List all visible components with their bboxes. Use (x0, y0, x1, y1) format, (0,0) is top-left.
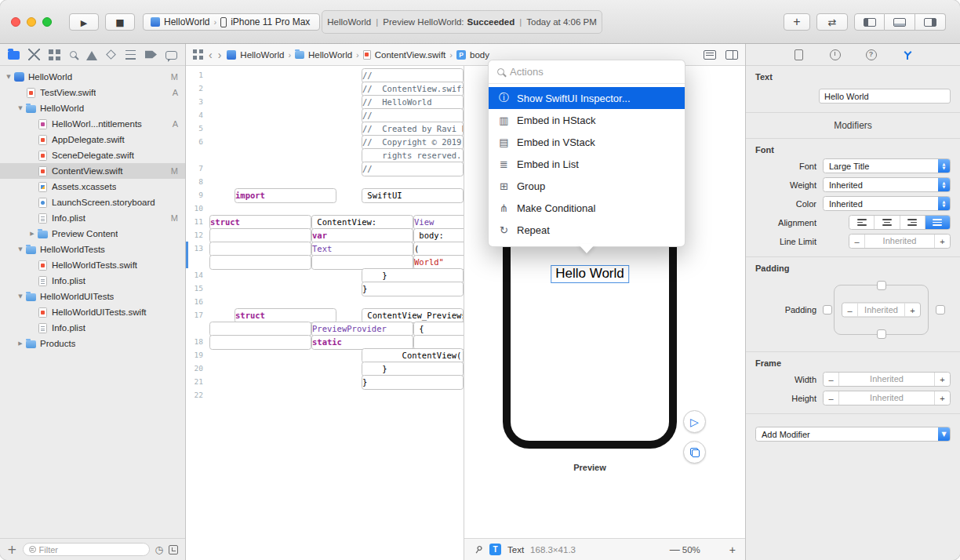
attributes-inspector-tab-icon[interactable] (902, 49, 914, 60)
breadcrumb-item[interactable]: ContentView.swift (375, 50, 446, 60)
add-modifier-popup[interactable]: Add Modifier ▼ (755, 427, 951, 442)
code-line[interactable]: 14 } (186, 268, 464, 282)
code-line[interactable]: PreviewProvider { (186, 322, 464, 335)
code-line[interactable]: 1// (186, 68, 464, 82)
fullscreen-window-button[interactable] (42, 17, 52, 27)
alignment-justify-button[interactable] (925, 216, 950, 229)
symbol-navigator-icon[interactable] (49, 49, 60, 60)
file-tree-row[interactable]: HelloWorldTests.swift (0, 257, 185, 273)
disclosure-triangle-icon[interactable]: ▼ (16, 105, 25, 111)
file-tree-row[interactable]: ▶Preview Content (0, 226, 185, 242)
file-tree-row[interactable]: Info.plist (0, 320, 185, 336)
actions-search-field[interactable]: Actions (489, 60, 685, 84)
code-line[interactable]: 7// (186, 162, 464, 175)
disclosure-triangle-icon[interactable]: ▼ (16, 293, 25, 300)
padding-enable-checkbox[interactable] (823, 305, 832, 315)
history-inspector-tab-icon[interactable] (830, 49, 841, 60)
alignment-right-button[interactable] (900, 216, 925, 229)
close-window-button[interactable] (11, 17, 20, 27)
breadcrumb-item[interactable]: HelloWorld (240, 50, 284, 60)
pin-icon[interactable] (472, 543, 485, 556)
disclosure-triangle-icon[interactable]: ▼ (16, 246, 25, 253)
file-tree-row[interactable]: AppDelegate.swift (0, 132, 185, 147)
add-file-button[interactable] (7, 543, 17, 557)
code-line[interactable]: 13 Text("Hello (186, 242, 464, 255)
code-line[interactable]: 12 var body: some View { (186, 228, 464, 242)
file-tree-row[interactable]: ▼HelloWorldUITests (0, 289, 185, 304)
editor-options-icon[interactable] (704, 50, 716, 60)
add-editor-icon[interactable] (725, 50, 738, 60)
font-popup[interactable]: Large Title ▲▼ (823, 158, 951, 173)
test-navigator-icon[interactable] (106, 49, 116, 60)
menu-item-list[interactable]: ≣Embed in List (489, 153, 685, 175)
file-tree-row[interactable]: LaunchScreen.storyboard (0, 195, 185, 210)
padding-bottom-checkbox[interactable] (877, 329, 886, 339)
padding-trailing-checkbox[interactable] (936, 305, 945, 315)
code-line[interactable]: 5// Created by Ravi Patel on 8/22/19. (186, 122, 464, 135)
forward-chevron-icon[interactable]: › (218, 49, 222, 60)
code-line[interactable]: 16 (186, 295, 464, 308)
file-tree-row[interactable]: Info.plistM (0, 210, 185, 226)
toggle-navigator-button[interactable] (854, 13, 885, 31)
decrement-button[interactable]: – (842, 305, 857, 315)
code-review-button[interactable] (816, 13, 848, 31)
issue-navigator-icon[interactable] (86, 51, 97, 60)
file-tree-row[interactable]: ▶Products (0, 336, 185, 351)
code-line[interactable]: 19 ContentView() (186, 348, 464, 362)
code-line[interactable]: 15} (186, 282, 464, 295)
file-inspector-tab-icon[interactable] (795, 49, 803, 60)
code-line[interactable]: 22 (186, 388, 464, 402)
filter-field[interactable]: Filter (23, 543, 150, 556)
file-tree-row[interactable]: Info.plist (0, 273, 185, 289)
breakpoint-navigator-icon[interactable] (145, 49, 157, 60)
menu-item-inspector[interactable]: ⓘShow SwiftUI Inspector... (489, 87, 685, 109)
back-chevron-icon[interactable]: ‹ (209, 49, 213, 60)
file-tree-row[interactable]: ▼HelloWorldM (0, 69, 185, 85)
menu-item-repeat[interactable]: ↻Repeat (489, 219, 685, 241)
code-line[interactable]: 21} (186, 375, 464, 388)
code-line[interactable]: 6// Copyright © 2019 Ravi Patel. All (186, 135, 464, 148)
code-line[interactable]: 3// HelloWorld (186, 95, 464, 108)
file-tree-row[interactable]: HelloWorl...ntitlementsA (0, 116, 185, 132)
stop-button[interactable] (105, 13, 135, 31)
debug-navigator-icon[interactable] (125, 50, 136, 60)
source-control-filter-icon[interactable] (169, 545, 178, 555)
color-popup[interactable]: Inherited ▲▼ (823, 196, 951, 211)
code-line[interactable]: 20 } (186, 362, 464, 375)
code-line[interactable]: 11struct ContentView: View { (186, 215, 464, 228)
minimize-window-button[interactable] (27, 17, 36, 27)
menu-item-group[interactable]: ⊞Group (489, 175, 685, 197)
increment-button[interactable]: + (935, 375, 950, 384)
decrement-button[interactable]: – (824, 394, 838, 403)
disclosure-triangle-icon[interactable]: ▼ (4, 74, 13, 80)
code-line[interactable]: 2// ContentView.swift (186, 82, 464, 95)
preview-text-selection[interactable]: Hello World (551, 265, 629, 283)
duplicate-preview-button[interactable] (683, 441, 706, 464)
increment-button[interactable]: + (905, 305, 920, 315)
toggle-inspector-button[interactable] (915, 13, 946, 31)
source-control-navigator-icon[interactable] (28, 49, 40, 60)
live-preview-button[interactable] (683, 410, 706, 433)
run-button[interactable] (69, 13, 99, 31)
increment-button[interactable]: + (935, 394, 950, 403)
file-tree-row[interactable]: ▼HelloWorldTests (0, 242, 185, 257)
zoom-out-button[interactable]: — (670, 544, 680, 555)
recent-files-filter-icon[interactable] (155, 544, 163, 555)
increment-button[interactable]: + (935, 237, 950, 246)
weight-popup[interactable]: Inherited ▲▼ (823, 177, 951, 192)
related-items-icon[interactable] (193, 49, 203, 60)
file-tree-row[interactable]: SceneDelegate.swift (0, 147, 185, 163)
code-line[interactable]: World").font(.largeTitle) (186, 255, 464, 268)
decrement-button[interactable]: – (824, 375, 838, 384)
decrement-button[interactable]: – (849, 237, 864, 246)
breadcrumb-item[interactable]: HelloWorld (308, 50, 352, 60)
toggle-debug-area-button[interactable] (885, 13, 915, 31)
library-button[interactable] (784, 13, 810, 31)
padding-top-checkbox[interactable] (877, 281, 886, 290)
disclosure-triangle-icon[interactable]: ▶ (27, 231, 37, 237)
alignment-center-button[interactable] (875, 216, 900, 229)
code-line[interactable]: 18 static var previews: some View { (186, 335, 464, 348)
menu-item-conditional[interactable]: ⋔Make Conditional (489, 197, 685, 219)
file-tree-row[interactable]: Assets.xcassets (0, 179, 185, 195)
find-navigator-icon[interactable] (70, 51, 77, 58)
